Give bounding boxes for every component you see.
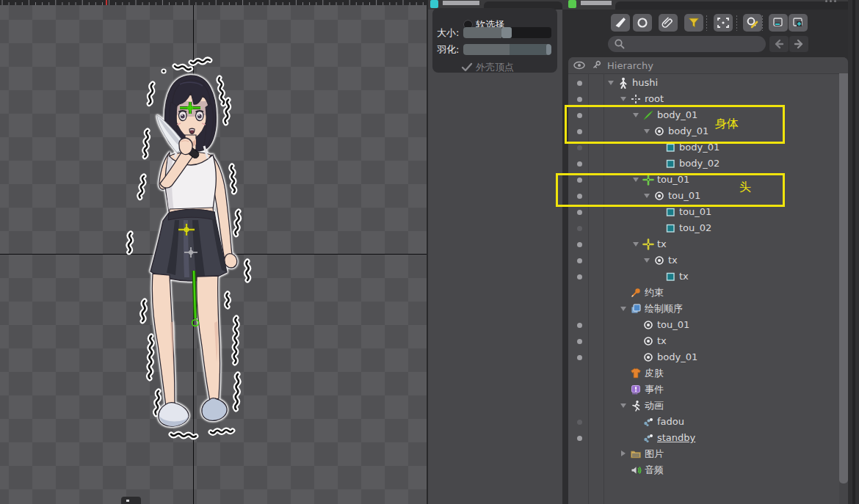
brush-button[interactable] <box>611 14 630 32</box>
tree-row-约束[interactable]: 约束 <box>568 285 848 301</box>
slot-icon <box>642 351 654 363</box>
anim-clip-icon <box>642 416 654 428</box>
soft-select-toolbox: 软选择 大小: 羽化: 外壳顶点 <box>432 8 557 73</box>
slot-icon <box>642 319 654 331</box>
tree-row-label: body_01 <box>657 352 697 362</box>
highlight-box <box>565 105 785 144</box>
expander-open[interactable] <box>608 81 614 85</box>
expander-open[interactable] <box>644 258 650 263</box>
tree-row-hushi[interactable]: hushi <box>568 75 848 91</box>
tree-row-label: body_01 <box>679 142 720 153</box>
paperclip-button[interactable] <box>659 14 678 32</box>
tree-row-label: 动画 <box>645 401 664 411</box>
tree-tab-icon <box>568 0 576 8</box>
audio-icon <box>630 464 642 476</box>
visibility-dot[interactable] <box>577 436 582 441</box>
visibility-dot[interactable] <box>577 210 582 215</box>
expander-open[interactable] <box>620 97 626 101</box>
visibility-dot[interactable] <box>577 242 582 247</box>
hull-check-icon[interactable] <box>460 62 474 72</box>
feather-label: 羽化: <box>437 44 459 55</box>
mesh-icon <box>664 271 676 282</box>
folder-images-icon <box>630 448 642 460</box>
tree-row-label: tx <box>679 271 689 282</box>
nav-forward-button[interactable] <box>789 36 808 52</box>
tree-row-label: tou_01 <box>657 320 689 330</box>
panel-menu-dots[interactable] <box>825 0 840 2</box>
tree-row-fadou[interactable]: fadou <box>568 414 848 430</box>
expander-open[interactable] <box>620 307 626 311</box>
tree-row-label: tou_01 <box>679 207 711 217</box>
visibility-dot[interactable] <box>577 339 582 344</box>
tree-row-label: 音频 <box>645 465 664 475</box>
mesh-icon <box>664 206 676 218</box>
visibility-dot[interactable] <box>577 420 582 425</box>
animation-icon <box>630 400 642 412</box>
tree-tab-label-clipped <box>581 1 612 5</box>
tree-scrollbar-thumb[interactable] <box>839 73 848 483</box>
feather-slider[interactable] <box>463 44 551 55</box>
visibility-dot[interactable] <box>577 355 582 360</box>
viewport[interactable] <box>0 0 427 504</box>
character-canvas[interactable] <box>0 0 427 504</box>
visibility-dot[interactable] <box>577 274 582 280</box>
ring-button[interactable] <box>633 14 652 32</box>
tree-row-动画[interactable]: 动画 <box>568 398 848 414</box>
hierarchy-panel: Hierarchy hushirootbody_01body_01body_01… <box>562 0 859 504</box>
visibility-dot[interactable] <box>577 226 582 231</box>
nav-back-button[interactable] <box>769 36 789 52</box>
tree-row-事件[interactable]: 事件 <box>568 381 848 398</box>
tree-row-tx[interactable]: tx <box>568 269 848 285</box>
visibility-eye-icon[interactable] <box>573 60 586 70</box>
filter-button[interactable] <box>684 14 703 32</box>
tree-search-input[interactable] <box>608 36 766 52</box>
tree-row-tx[interactable]: tx <box>568 252 848 269</box>
key-column-icon[interactable] <box>591 60 601 70</box>
visibility-dot[interactable] <box>577 81 582 86</box>
tree-row-label: standby <box>657 433 695 443</box>
tree-row-皮肤[interactable]: 皮肤 <box>568 365 848 381</box>
tree-row-label: fadou <box>657 417 684 427</box>
toolbar-separator <box>762 15 763 31</box>
visibility-dot[interactable] <box>577 258 582 263</box>
bone-cross-yellow-icon <box>642 238 654 250</box>
expand-all-button[interactable] <box>789 14 808 32</box>
tree-row-图片[interactable]: 图片 <box>568 446 848 462</box>
character-figure[interactable] <box>151 76 237 426</box>
tree-row-tou_01[interactable]: tou_01 <box>568 317 848 333</box>
visibility-dot[interactable] <box>577 145 582 150</box>
toolbar-separator <box>736 15 737 31</box>
tree-row-body_02[interactable]: body_02 <box>568 156 848 172</box>
mesh-tools-panel: 软选择 大小: 羽化: 外壳顶点 <box>427 0 564 504</box>
root-icon <box>630 93 642 105</box>
tree-row-label: root <box>645 94 664 104</box>
tree-row-standby[interactable]: standby <box>568 430 848 446</box>
tree-row-绘制顺序[interactable]: 绘制顺序 <box>568 301 848 317</box>
tree-row-tx[interactable]: tx <box>568 333 848 349</box>
visibility-dot[interactable] <box>577 161 582 167</box>
anim-clip-icon <box>642 432 654 444</box>
expander-open[interactable] <box>633 242 639 246</box>
tree-tabstrip <box>562 0 859 10</box>
expander-open[interactable] <box>620 403 626 408</box>
size-slider[interactable] <box>463 27 551 38</box>
spine-editor-window: 软选择 大小: 羽化: 外壳顶点 <box>0 0 859 504</box>
tree-row-tou_02[interactable]: tou_02 <box>568 220 848 236</box>
viewport-bottom-handle[interactable] <box>121 497 141 504</box>
panel-right-edge <box>848 0 859 504</box>
visibility-dot[interactable] <box>577 323 582 328</box>
tree-inactive-tab[interactable] <box>615 1 853 10</box>
tree-row-tx[interactable]: tx <box>568 236 848 252</box>
highlight-label: 头 <box>739 180 751 195</box>
slot-icon <box>642 335 654 347</box>
tree-row-body_01[interactable]: body_01 <box>568 349 848 365</box>
expander-closed[interactable] <box>621 450 626 456</box>
slot-icon <box>653 255 665 266</box>
tree-row-音频[interactable]: 音频 <box>568 462 848 478</box>
search-edit-button[interactable] <box>743 14 762 32</box>
tree-row-label: 约束 <box>645 288 664 298</box>
frame-select-button[interactable] <box>714 14 733 32</box>
tree-row-label: 皮肤 <box>645 368 664 379</box>
collapse-all-button[interactable] <box>769 14 788 32</box>
visibility-dot[interactable] <box>577 97 582 102</box>
